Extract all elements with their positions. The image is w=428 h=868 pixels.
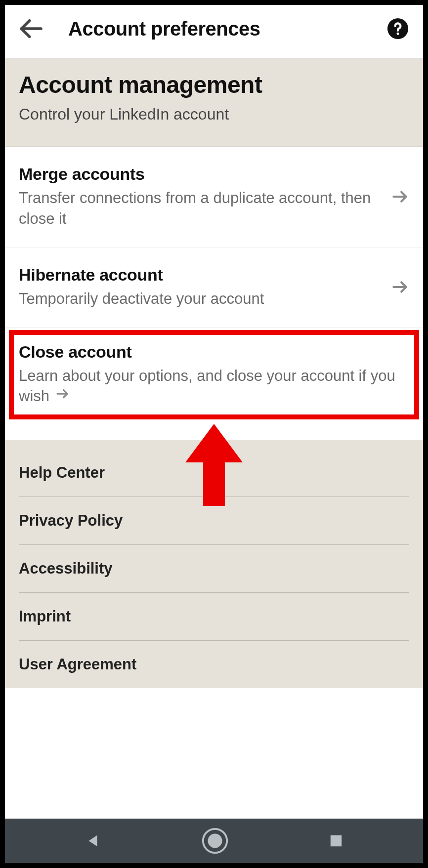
help-center-link[interactable]: Help Center [19,449,409,497]
chevron-right-icon [390,278,409,296]
svg-point-9 [208,834,222,848]
page-title: Account preferences [68,18,363,40]
svg-marker-7 [88,835,97,847]
item-desc: Transfer connections from a duplicate ac… [19,188,382,229]
hibernate-account-item[interactable]: Hibernate account Temporarily deactivate… [5,247,423,327]
chevron-right-icon [390,187,409,206]
item-title: Close account [19,342,409,362]
nav-recent-icon[interactable] [329,833,343,848]
close-account-item[interactable]: Close account Learn about your options, … [5,327,423,423]
item-body: Merge accounts Transfer connections from… [19,165,382,229]
chevron-right-icon [55,386,70,407]
back-icon[interactable] [17,15,44,42]
svg-point-2 [397,33,399,35]
item-body: Close account Learn about your options, … [19,342,409,408]
item-title: Merge accounts [19,165,382,184]
close-account-highlight: Close account Learn about your options, … [5,327,423,423]
nav-back-icon[interactable] [85,832,101,849]
item-title: Hibernate account [19,265,382,285]
imprint-link[interactable]: Imprint [19,593,409,641]
privacy-policy-link[interactable]: Privacy Policy [19,497,409,545]
spacer [5,422,423,440]
svg-rect-10 [331,835,342,847]
android-navbar [5,819,423,863]
item-body: Hibernate account Temporarily deactivate… [19,265,382,309]
section-subtitle: Control your LinkedIn account [19,105,409,124]
appbar: Account preferences [5,5,423,52]
section-header: Account management Control your LinkedIn… [5,59,423,147]
nav-home-icon[interactable] [201,827,229,855]
item-desc-text: Learn about your options, and close your… [19,367,395,405]
merge-accounts-item[interactable]: Merge accounts Transfer connections from… [5,147,423,247]
footer-links: Help Center Privacy Policy Accessibility… [5,440,423,688]
accessibility-link[interactable]: Accessibility [19,545,409,593]
item-desc: Temporarily deactivate your account [19,289,382,309]
item-desc: Learn about your options, and close your… [19,366,409,408]
user-agreement-link[interactable]: User Agreement [19,641,409,688]
section-title: Account management [19,71,409,98]
help-icon[interactable] [386,17,409,40]
